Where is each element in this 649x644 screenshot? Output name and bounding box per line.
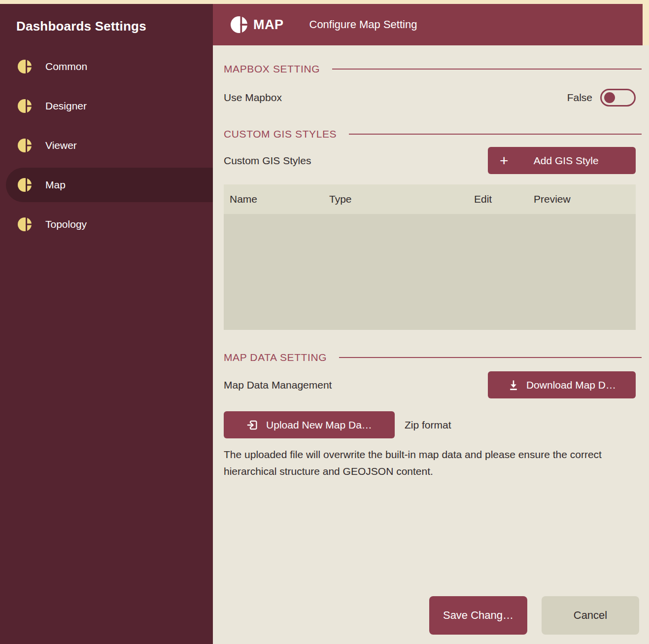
upload-format-hint: Zip format	[405, 419, 451, 431]
sidebar: Dashboards Settings Common Designer View…	[0, 4, 213, 644]
custom-gis-label: Custom GIS Styles	[224, 155, 311, 167]
header-subtitle: Configure Map Setting	[309, 18, 417, 31]
sidebar-item-common[interactable]: Common	[0, 47, 213, 86]
upload-button-label: Upload New Map Da…	[266, 419, 372, 431]
header-logo-text: MAP	[253, 17, 284, 33]
use-mapbox-label: Use Mapbox	[224, 92, 282, 104]
section-heading-label: CUSTOM GIS STYLES	[224, 128, 337, 140]
section-heading-gis: CUSTOM GIS STYLES	[224, 128, 642, 140]
map-data-row: Map Data Management Download Map D…	[224, 371, 636, 398]
footer-actions: Save Chang… Cancel	[224, 596, 639, 635]
sidebar-item-topology[interactable]: Topology	[0, 205, 213, 244]
section-divider	[349, 134, 642, 135]
app: Dashboards Settings Common Designer View…	[0, 4, 649, 644]
gis-styles-table: Name Type Edit Preview	[224, 184, 636, 330]
add-gis-style-label: Add GIS Style	[534, 155, 599, 167]
toggle-knob	[604, 92, 615, 103]
sidebar-item-label: Topology	[45, 218, 87, 230]
upload-map-data-button[interactable]: Upload New Map Da…	[224, 411, 395, 438]
gis-table-header: Name Type Edit Preview	[224, 184, 636, 214]
pie-chart-icon	[18, 60, 32, 73]
add-gis-style-button[interactable]: + Add GIS Style	[488, 147, 636, 174]
sidebar-item-label: Map	[45, 179, 66, 191]
column-header-edit: Edit	[474, 193, 534, 205]
column-header-type: Type	[329, 193, 474, 205]
use-mapbox-row: Use Mapbox False	[224, 89, 636, 107]
cancel-button[interactable]: Cancel	[542, 596, 639, 635]
use-mapbox-toggle-group: False	[567, 89, 636, 107]
custom-gis-row: Custom GIS Styles + Add GIS Style	[224, 147, 636, 174]
upload-import-icon	[246, 419, 258, 431]
upload-row: Upload New Map Da… Zip format	[224, 411, 642, 438]
toggle-value-label: False	[567, 92, 592, 104]
section-heading-label: MAP DATA SETTING	[224, 352, 327, 363]
gis-table-body-empty	[224, 214, 636, 330]
page-header: MAP Configure Map Setting	[213, 4, 643, 45]
main-panel: MAP Configure Map Setting MAPBOX SETTING…	[213, 4, 649, 644]
sidebar-item-map[interactable]: Map	[0, 165, 213, 205]
download-icon	[508, 379, 519, 391]
sidebar-item-label: Common	[45, 61, 87, 72]
map-data-label: Map Data Management	[224, 379, 332, 391]
section-divider	[332, 69, 642, 70]
sidebar-nav: Common Designer Viewer Map Topology	[0, 47, 213, 244]
save-changes-button[interactable]: Save Chang…	[429, 596, 527, 635]
download-button-label: Download Map D…	[526, 379, 616, 391]
pie-chart-icon	[18, 217, 32, 231]
upload-description: The uploaded file will overwrite the bui…	[224, 446, 633, 480]
pie-chart-icon	[18, 178, 32, 192]
column-header-preview: Preview	[534, 193, 636, 205]
sidebar-item-designer[interactable]: Designer	[0, 86, 213, 126]
pie-chart-icon	[18, 139, 32, 152]
column-header-name: Name	[230, 193, 329, 205]
header-wrap: MAP Configure Map Setting	[213, 4, 649, 45]
section-heading-map-data: MAP DATA SETTING	[224, 352, 642, 363]
plus-icon: +	[500, 153, 509, 168]
sidebar-item-label: Designer	[45, 100, 87, 112]
use-mapbox-toggle[interactable]	[600, 89, 636, 107]
section-heading-mapbox: MAPBOX SETTING	[224, 63, 642, 75]
sidebar-title: Dashboards Settings	[0, 4, 213, 34]
settings-content: MAPBOX SETTING Use Mapbox False CUSTOM G…	[213, 45, 649, 644]
sidebar-item-viewer[interactable]: Viewer	[0, 126, 213, 165]
download-map-data-button[interactable]: Download Map D…	[488, 371, 636, 398]
section-divider	[339, 357, 642, 358]
section-heading-label: MAPBOX SETTING	[224, 63, 320, 75]
sidebar-item-label: Viewer	[45, 140, 77, 151]
map-logo-icon	[231, 16, 247, 33]
pie-chart-icon	[18, 99, 32, 113]
